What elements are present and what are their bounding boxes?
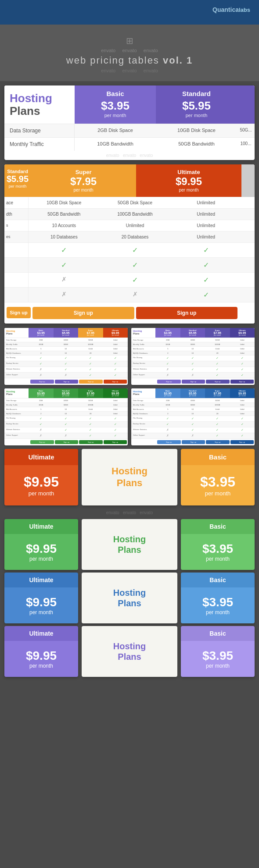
mg3-col4-price: $9.95 bbox=[104, 392, 128, 395]
mg2-r2-v3: 100GB bbox=[205, 342, 230, 346]
mg1-r1-v3: 50GB bbox=[78, 338, 103, 342]
sup-check-2: ✓ bbox=[100, 258, 171, 272]
check-row-1: ✓ ✓ ✓ bbox=[4, 242, 255, 257]
mg2-basic-price: $3.95 bbox=[156, 331, 180, 334]
mg4-r3-v3: Unltd bbox=[205, 407, 230, 411]
mg3-c2-v4: ✓ bbox=[103, 422, 128, 427]
mg3-c3-v2: ✓ bbox=[54, 427, 79, 433]
mg4-col4: Ultimate $9.95 per month bbox=[230, 388, 255, 398]
mg2-btn-1[interactable]: Sign up bbox=[157, 380, 181, 384]
mg2-btn-2[interactable]: Sign up bbox=[182, 380, 205, 384]
storage-overflow: 50G... bbox=[237, 124, 255, 137]
card-ult-green-header: Ultimate bbox=[4, 519, 78, 534]
signup-btn-std[interactable]: Sign up bbox=[7, 307, 31, 318]
signup-btn-super[interactable]: Sign up bbox=[32, 307, 134, 319]
mg2-btn-4[interactable]: Sign up bbox=[230, 380, 254, 384]
watermark-envato: envato envato envato bbox=[9, 48, 250, 53]
mg3-btn-3[interactable]: Sign up bbox=[79, 440, 103, 444]
mg2-row1: Data Storage 2GB 10GB 50GB Unltd bbox=[131, 338, 255, 342]
card-basic-purple-price-area: $3.95 per month bbox=[181, 641, 255, 677]
mg4-r1-v4: Unltd bbox=[230, 398, 255, 402]
mg4-btn-4[interactable]: Sign up bbox=[230, 440, 254, 444]
mg1-r3-v1: 5 bbox=[29, 347, 54, 351]
pricing-table-1: Hosting Plans Basic $3.95 per month Stan… bbox=[4, 85, 255, 160]
standard-name-orange: Standard bbox=[7, 169, 29, 174]
mg1-btn-2[interactable]: Sign up bbox=[55, 380, 79, 384]
mg1-basic-price: $3.95 bbox=[29, 331, 53, 334]
mg1-c3-v1: ✗ bbox=[29, 367, 54, 372]
mg3-btn-1[interactable]: Sign up bbox=[30, 440, 54, 444]
mg3-c1: File Sharing✓✓✓✓ bbox=[4, 416, 128, 421]
mg4-col2-price: $5.95 bbox=[181, 392, 205, 395]
mg1-ult-col: Ultimate $9.95 per month bbox=[103, 328, 128, 338]
mg1-c1-v3: ✓ bbox=[78, 356, 103, 361]
mg2-c3-v2: ✓ bbox=[180, 367, 205, 372]
mg1-chk3: Website Statistics ✗ ✓ ✓ ✓ bbox=[4, 366, 128, 372]
mg2-r3-label: Mail Accounts bbox=[131, 347, 155, 351]
mg4-btn-1[interactable]: Sign up bbox=[157, 440, 181, 444]
mg2-chk3: Website Statistics ✗ ✓ ✓ ✓ bbox=[131, 366, 255, 372]
mg2-basic-pm: per month bbox=[156, 334, 180, 336]
card-ult-price-area: $9.95 per month bbox=[4, 465, 78, 505]
mg1-chk2-label: Backup Service bbox=[4, 361, 29, 366]
card-basic-purple: Basic $3.95 per month bbox=[181, 626, 255, 677]
standard-plan-name: Standard bbox=[158, 90, 235, 97]
mg3-signup: Sign up Sign up Sign up Sign up bbox=[4, 438, 128, 445]
super-db: 20 Databases bbox=[100, 231, 171, 242]
watermark-envato-2: envato envato envato bbox=[9, 68, 250, 73]
std-check-2: ✓ bbox=[29, 258, 100, 272]
mg2-c1-v4: ✓ bbox=[230, 356, 255, 361]
mg4-btn-3[interactable]: Sign up bbox=[206, 440, 230, 444]
mg2-c3-v4: ✓ bbox=[230, 367, 255, 372]
mg4-btn-2[interactable]: Sign up bbox=[182, 440, 205, 444]
mg3-btn-2[interactable]: Sign up bbox=[55, 440, 79, 444]
mg3-c4: Online Support✗✗✓✓ bbox=[4, 433, 128, 438]
mini-grids-row-1: Hosting Plans Basic $3.95 per month Stan… bbox=[4, 328, 255, 385]
mg2-c1-v3: ✓ bbox=[205, 356, 230, 361]
ult-check-3: ✓ bbox=[170, 273, 241, 287]
mg1-r1-v4: Unltd bbox=[103, 338, 128, 342]
mg4-r4-v1: 2 bbox=[155, 412, 180, 416]
card-basic-price: $3.95 bbox=[184, 474, 251, 490]
mg3-col1-pm: per month bbox=[29, 395, 53, 397]
mg2-btn-3[interactable]: Sign up bbox=[206, 380, 230, 384]
mg4-c4-v1: ✗ bbox=[155, 433, 180, 438]
mg3-c3-v3: ✓ bbox=[78, 427, 103, 433]
super-bandwidth: 100GB Bandwidth bbox=[100, 209, 171, 220]
mg3-header: Hosting Plans Basic $3.95 per month Stan… bbox=[4, 388, 128, 398]
mg1-c3-v2: ✓ bbox=[54, 367, 79, 372]
mg1-c3-v3: ✓ bbox=[78, 367, 103, 372]
mg3-btn-4[interactable]: Sign up bbox=[104, 440, 127, 444]
mg3-label: Hosting Plans bbox=[4, 388, 29, 398]
signup-row: Sign up Sign up Sign up bbox=[4, 302, 255, 324]
mg1-btn-1[interactable]: Sign up bbox=[30, 380, 54, 384]
card-ult-header: Ultimate bbox=[4, 449, 78, 465]
mg4-r1-v1: 2GB bbox=[155, 398, 180, 402]
mg1-basic-col: Basic $3.95 per month bbox=[29, 328, 54, 338]
standard-bandwidth: 50GB Bandwidth bbox=[29, 209, 100, 220]
mg2-c4-v4: ✓ bbox=[230, 373, 255, 378]
plan-header-basic: Basic $3.95 per month bbox=[75, 85, 156, 124]
card-center-green: Hosting Plans bbox=[82, 519, 177, 570]
mg3-r2-l: Monthly Traffic bbox=[4, 403, 29, 407]
mg2-r4-v2: 10 bbox=[180, 351, 205, 355]
mg1-r1-v1: 2GB bbox=[29, 338, 54, 342]
orange-bandwidth-row: dth 50GB Bandwidth 100GB Bandwidth Unlim… bbox=[4, 208, 255, 220]
mg3-r1-v4: Unltd bbox=[103, 398, 128, 402]
db-label-cut: es bbox=[4, 231, 29, 242]
mg1-signup: Sign up Sign up Sign up Sign up bbox=[4, 378, 128, 385]
mg1-btn-4[interactable]: Sign up bbox=[104, 380, 127, 384]
grid-icon: ⊞ bbox=[126, 36, 133, 46]
mini-grids-row-2: Hosting Plans Basic $3.95 per month Stan… bbox=[4, 388, 255, 445]
mg1-btn-3[interactable]: Sign up bbox=[79, 380, 103, 384]
plan-header-standard: Standard $5.95 per month bbox=[156, 85, 237, 124]
mg3-c1-v4: ✓ bbox=[103, 416, 128, 421]
mg4-r4-v2: 10 bbox=[180, 412, 205, 416]
hosting-text: Hosting bbox=[10, 92, 69, 105]
signup-btn-ultimate[interactable]: Sign up bbox=[136, 307, 238, 319]
traffic-basic: 10GB Bandwidth bbox=[75, 138, 156, 151]
card-center-purple-plans: Plans bbox=[118, 651, 141, 662]
card-ultimate-green: Ultimate $9.95 per month bbox=[4, 519, 78, 570]
ultimate-price: $9.95 bbox=[138, 175, 239, 188]
card-basic-purple-pm: per month bbox=[184, 663, 251, 669]
